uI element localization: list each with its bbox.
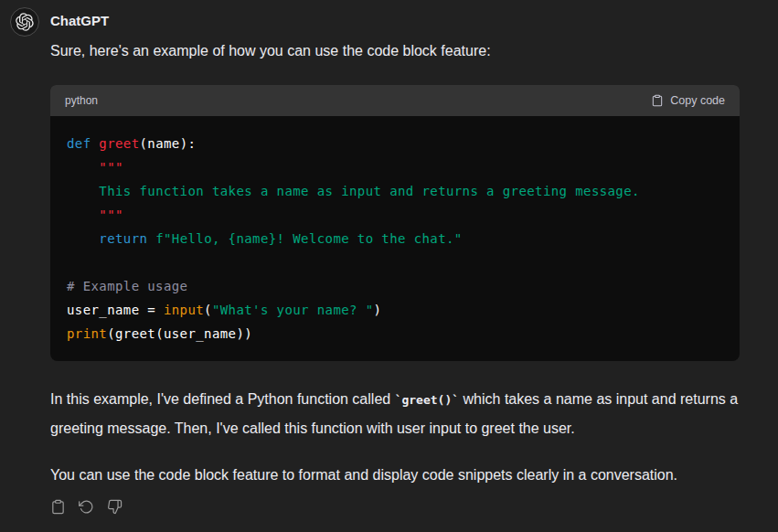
explanation-prefix: In this example, I've defined a Python f… (50, 391, 395, 407)
code-content: def greet(name): """ This function takes… (50, 116, 740, 361)
copy-code-button[interactable]: Copy code (651, 94, 725, 107)
openai-logo-icon (16, 13, 34, 31)
inline-code-greet: `greet()` (395, 393, 459, 407)
author-name: ChatGPT (50, 13, 739, 28)
message-content: ChatGPT Sure, here's an example of how y… (50, 7, 739, 515)
explanation-paragraph: In this example, I've defined a Python f… (50, 385, 739, 442)
code-language-label: python (65, 94, 98, 107)
clipboard-icon (50, 499, 66, 515)
regenerate-icon (79, 499, 94, 515)
assistant-message: ChatGPT Sure, here's an example of how y… (0, 0, 778, 515)
intro-paragraph: Sure, here's an example of how you can u… (50, 37, 739, 65)
thumbs-down-icon (107, 499, 123, 515)
regenerate-button[interactable] (79, 499, 94, 515)
thumbs-down-button[interactable] (107, 499, 123, 515)
code-block: python Copy code def greet(name): """ Th… (50, 85, 740, 361)
message-actions (50, 499, 739, 515)
copy-code-label: Copy code (670, 94, 725, 107)
copy-response-button[interactable] (50, 499, 66, 515)
closing-paragraph: You can use the code block feature to fo… (50, 461, 739, 489)
clipboard-icon (651, 94, 664, 107)
avatar-column (10, 7, 39, 515)
avatar (10, 7, 39, 37)
code-block-header: python Copy code (50, 85, 740, 116)
